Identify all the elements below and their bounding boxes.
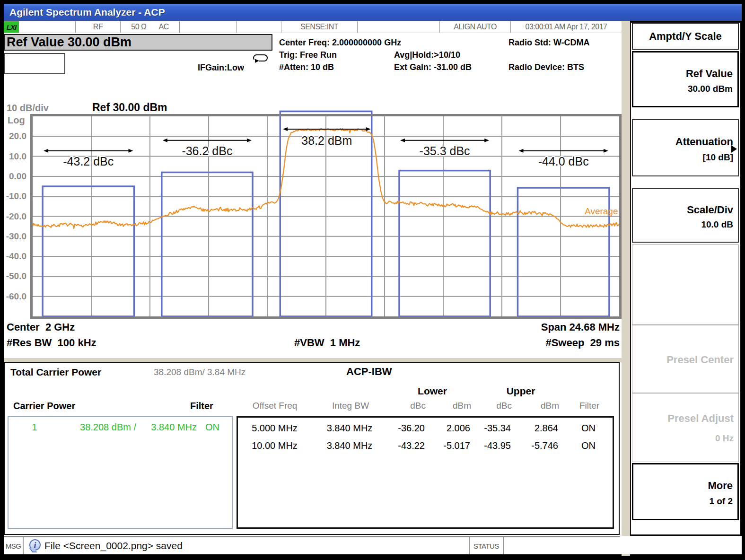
status-cell-input: 50 Ω AC <box>121 21 180 33</box>
acp-ibw-title: ACP-IBW <box>346 366 392 378</box>
ifgain-label: IFGain:Low <box>198 63 244 73</box>
span-footer: Span 24.68 MHz <box>473 321 620 333</box>
softkey-label: Scale/Div <box>687 204 733 216</box>
softkey-value: 1 of 2 <box>709 496 733 507</box>
col-filter: Filter <box>566 401 613 411</box>
radio-device-readout: Radio Device: BTS <box>508 61 584 73</box>
radio-std-readout: Radio Std: W-CDMA <box>508 36 590 49</box>
softkey-blank <box>632 245 739 325</box>
total-carrier-power-value: 38.208 dBm/ 3.84 MHz <box>154 367 245 377</box>
carrier-filter-header: Filter <box>190 401 213 411</box>
lxi-badge: LXI <box>4 21 19 33</box>
window-title: Agilent Spectrum Analyzer - ACP <box>9 7 165 18</box>
message-bar: MSG i File <Screen_0002.png> saved STATU… <box>4 536 622 554</box>
y-tick-label: -60.0 <box>1 291 26 302</box>
msg-label: MSG <box>4 537 24 554</box>
col-lower-dbm: dBm <box>432 401 478 411</box>
status-cell-align: ALIGN AUTO <box>440 21 511 33</box>
y-tick-label: 10.0 <box>1 151 26 162</box>
status-bar: LXI RF 50 Ω AC SENSE:INT ALIGN AUTO 03:0… <box>4 21 622 33</box>
acp-upper-group-header: Upper <box>477 385 565 397</box>
y-tick-label: -30.0 <box>1 231 26 242</box>
rf-indicator: RF <box>93 23 103 31</box>
softkey-ref-value[interactable]: Ref Value30.00 dBm <box>632 51 739 107</box>
center-freq-footer: Center 2 GHz <box>7 321 75 333</box>
status-cell-empty-3 <box>358 21 440 33</box>
col-integ-bw: Integ BW <box>312 401 389 411</box>
col-upper-dbm: dBm <box>518 401 566 411</box>
trigger-readout: Trig: Free Run <box>279 49 337 61</box>
atten-readout: #Atten: 10 dB <box>279 61 334 73</box>
acp-column-headers: Offset Freq Integ BW dBc dBm dBc dBm Fil… <box>237 401 613 411</box>
y-tick-label: -20.0 <box>1 211 26 222</box>
message-text: File <Screen_0002.png> saved <box>44 537 183 554</box>
softkey-value: 10.0 dB <box>701 219 733 230</box>
softkey-presel-center: Presel Center <box>632 325 739 393</box>
col-lower-dbc: dBc <box>389 401 432 411</box>
softkey-label: Amptd/Y Scale <box>633 30 738 43</box>
status-cell-lxi: LXI <box>4 21 76 33</box>
scale-per-div-label: 10 dB/div <box>7 103 49 114</box>
measurement-annotation: -43.2 dBc <box>63 155 114 168</box>
analyzer-screen: Agilent Spectrum Analyzer - ACP LXI RF 5… <box>0 0 745 560</box>
softkey-label: Ref Value <box>686 68 733 80</box>
y-tick-label: -50.0 <box>1 271 26 282</box>
softkey-amptd-y-scale: Amptd/Y Scale <box>632 23 739 50</box>
bottom-right-filler <box>620 536 742 554</box>
status-cell-datetime: 03:00:01 AM Apr 17, 2017 <box>511 21 622 33</box>
softkey-value: 0 Hz <box>715 433 734 444</box>
acp-lower-group-header: Lower <box>388 385 477 397</box>
vbw-footer: #VBW 1 MHz <box>294 337 360 349</box>
softkey-scale-div[interactable]: Scale/Div10.0 dB <box>632 188 739 243</box>
measurement-annotation: -44.0 dBc <box>538 155 589 168</box>
softkey-label: Attenuation <box>675 136 733 148</box>
annunciator-box <box>4 53 65 74</box>
softkey-label: Presel Center <box>666 354 734 366</box>
softkey-presel-adjust: Presel Adjust0 Hz <box>632 393 739 462</box>
res-bw-footer: #Res BW 100 kHz <box>7 337 96 349</box>
acp-table-row: 5.000 MHz3.840 MHz-36.202.006-35.342.864… <box>238 420 613 437</box>
carrier-power-list: 138.208 dBm /3.840 MHzON <box>8 416 233 529</box>
col-upper-dbc: dBc <box>478 401 518 411</box>
spectrum-chart: -43.2 dBc-36.2 dBc38.2 dBm-35.3 dBc-44.0… <box>30 114 622 319</box>
coupling-indicator: AC <box>158 23 168 31</box>
window-titlebar: Agilent Spectrum Analyzer - ACP <box>4 4 742 21</box>
impedance-indicator: 50 Ω <box>131 23 146 31</box>
softkey-label: More <box>708 480 733 492</box>
y-tick-label: -10.0 <box>1 191 26 202</box>
y-tick-label: 0.00 <box>1 171 26 182</box>
ref-level-label: Ref 30.00 dBm <box>92 101 167 114</box>
sweep-footer: #Sweep 29 ms <box>473 337 620 349</box>
avg-hold-readout: Avg|Hold:>10/10 <box>394 49 460 61</box>
submenu-arrow-icon <box>731 145 737 153</box>
status-label: STATUS <box>469 537 504 554</box>
softkey-more[interactable]: More1 of 2 <box>632 463 739 520</box>
trace-name-label: Average <box>585 206 618 216</box>
trigger-loop-icon <box>252 53 269 64</box>
status-cell-empty-1 <box>180 21 237 33</box>
center-freq-readout: Center Freq: 2.000000000 GHz <box>279 36 401 49</box>
measurement-annotation: 38.2 dBm <box>301 134 352 147</box>
sidebar-separator <box>622 21 630 556</box>
sense-indicator: SENSE:INT <box>300 23 338 31</box>
align-indicator: ALIGN AUTO <box>454 23 497 31</box>
log-axis-label: Log <box>8 115 25 126</box>
softkey-value: 30.00 dBm <box>688 84 733 94</box>
acp-results-table: 5.000 MHz3.840 MHz-36.202.006-35.342.864… <box>237 416 614 529</box>
status-cell-sense: SENSE:INT <box>281 21 358 33</box>
softkey-attenuation[interactable]: Attenuation[10 dB] <box>632 119 739 176</box>
total-carrier-power-label: Total Carrier Power <box>10 367 101 378</box>
carrier-row: 138.208 dBm /3.840 MHzON <box>9 419 232 435</box>
softkey-value: [10 dB] <box>703 152 733 163</box>
active-function-banner: Ref Value 30.00 dBm <box>4 34 272 51</box>
measurement-annotation: -35.3 dBc <box>420 144 470 158</box>
active-function-text: Ref Value 30.00 dBm <box>7 35 131 49</box>
status-cell-empty-2 <box>237 21 281 33</box>
carrier-power-header: Carrier Power <box>13 401 75 411</box>
col-offset-freq: Offset Freq <box>237 401 312 411</box>
ext-gain-readout: Ext Gain: -31.00 dB <box>394 61 472 73</box>
measurement-annotation: -36.2 dBc <box>182 144 232 158</box>
acp-table-row: 10.00 MHz3.840 MHz-43.22-5.017-43.95-5.7… <box>238 437 613 455</box>
y-tick-label: 20.0 <box>1 131 26 142</box>
y-tick-label: -40.0 <box>1 251 26 262</box>
